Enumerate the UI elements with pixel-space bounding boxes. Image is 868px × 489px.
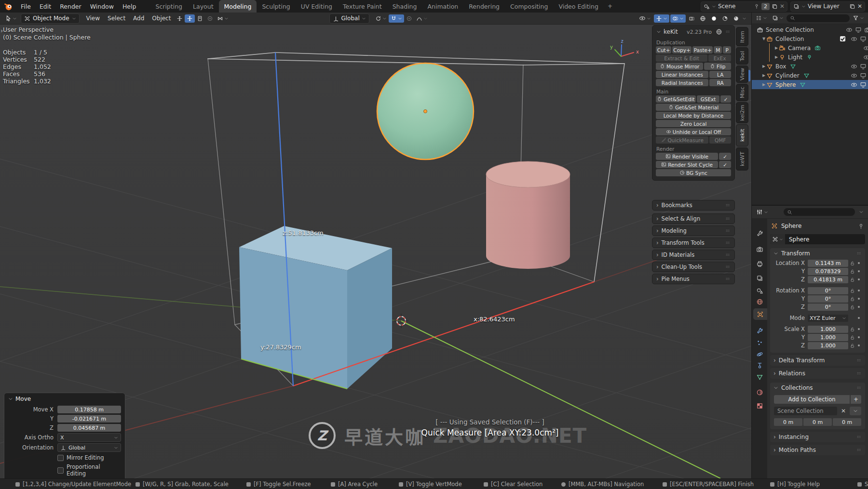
kekit-button-paste-[interactable]: Paste+ (692, 46, 713, 53)
hide-icon[interactable] (851, 72, 857, 79)
pin-icon[interactable] (754, 3, 760, 9)
dyntopo-toggle[interactable] (205, 14, 215, 23)
transform-value-field[interactable]: 0.078329 (808, 268, 848, 275)
kekit-button-unhide-or-local-off[interactable]: Unhide or Local Off (656, 128, 731, 135)
animate-dot[interactable] (856, 270, 862, 272)
disclosure-closed-icon[interactable]: ▶ (761, 82, 766, 87)
chevron-down-icon[interactable] (859, 210, 864, 214)
kekit-panel-pie-menus[interactable]: ›Pie Menus (652, 274, 735, 284)
kekit-button-linear-instances[interactable]: Linear Instances (656, 71, 708, 78)
collection-name-field[interactable]: Scene Collection (774, 407, 837, 415)
menu-render[interactable]: Render (55, 2, 86, 11)
hide-icon[interactable] (846, 26, 853, 33)
axis-ortho-select[interactable]: X (57, 433, 121, 442)
panel-motion-paths[interactable]: ›Motion Paths (770, 445, 865, 455)
transform-value-field[interactable]: 0° (808, 295, 848, 303)
animate-dot[interactable] (856, 317, 862, 319)
properties-tab-texture[interactable] (752, 400, 767, 411)
workspace-tab-uv-editing[interactable]: UV Editing (296, 0, 338, 13)
kekit-tab-misc[interactable]: Misc (736, 84, 748, 101)
new-scene-icon[interactable] (772, 3, 778, 10)
disable-viewport-icon[interactable] (860, 63, 867, 70)
lock-open-icon[interactable] (850, 277, 855, 282)
object-name-field[interactable]: Sphere (770, 234, 865, 244)
kekit-tab-kekit[interactable]: kekit (736, 124, 748, 146)
transform-toggle[interactable] (175, 14, 185, 23)
properties-tab-object-data[interactable] (752, 371, 767, 383)
checkbox-proportional-editing[interactable] (57, 467, 64, 474)
workspace-tab-animation[interactable]: Animation (422, 0, 463, 13)
workspace-tab-texture-paint[interactable]: Texture Paint (338, 0, 387, 13)
properties-tab-tool[interactable] (752, 227, 767, 239)
animate-dot[interactable] (856, 298, 862, 300)
properties-tab-scene[interactable] (752, 285, 767, 296)
outliner-row-camera[interactable]: ▶Camera (752, 43, 868, 53)
sphere-object[interactable] (377, 63, 474, 159)
gizmos-toggle[interactable] (654, 14, 669, 23)
lock-open-icon[interactable] (850, 261, 855, 266)
hide-icon[interactable] (851, 63, 857, 70)
viewport-menu-add[interactable]: Add (129, 14, 148, 23)
panel-instancing[interactable]: ›Instancing (770, 432, 865, 442)
transform-value-field[interactable]: 0.41813 m (808, 276, 848, 283)
workspace-tab-shading[interactable]: Shading (387, 0, 422, 13)
menu-window[interactable]: Window (86, 2, 118, 11)
kekit-button-flip[interactable]: Flip (704, 63, 731, 70)
disable-viewport-icon[interactable] (855, 26, 862, 33)
outliner-row-sphere[interactable]: ▶Sphere (752, 80, 868, 89)
disable-render-icon[interactable] (864, 26, 868, 33)
transform-value-field[interactable]: 0° (808, 287, 848, 294)
viewport-3d[interactable]: z x y › User Perspective (0) Scene Colle… (0, 24, 751, 478)
visibility-dropdown[interactable] (637, 14, 653, 23)
disable-viewport-icon[interactable] (860, 81, 867, 88)
kekit-button--[interactable]: ✓ (719, 153, 731, 160)
kekit-button-bg-sync[interactable]: BG Sync (656, 169, 731, 176)
globe-icon[interactable] (716, 28, 722, 35)
kekit-button-qmf[interactable]: QMF (709, 136, 731, 144)
lock-open-icon[interactable] (850, 288, 855, 293)
kekit-button-quickmeasure[interactable]: QuickMeasure (656, 136, 708, 144)
kekit-button-cut-[interactable]: Cut+ (656, 46, 671, 53)
outliner-filter-button[interactable] (851, 14, 866, 22)
menu-help[interactable]: Help (118, 2, 141, 11)
breadcrumb-object[interactable]: Sphere (781, 223, 801, 229)
hide-icon[interactable] (851, 36, 857, 42)
properties-tab-world[interactable] (752, 296, 767, 307)
disclosure-open-icon[interactable]: ▼ (761, 37, 766, 41)
kekit-tab-view[interactable]: View (736, 66, 748, 83)
chevron-down-icon[interactable] (742, 16, 746, 21)
kekit-button-zero-local[interactable]: Zero Local (656, 120, 731, 127)
move-field-input[interactable]: 0.045687 m (57, 424, 121, 432)
kekit-panel-transform-tools[interactable]: ›Transform Tools (652, 238, 735, 248)
menu-file[interactable]: File (16, 2, 35, 11)
grip-icon[interactable] (856, 251, 862, 256)
active-tool-button[interactable] (3, 14, 19, 23)
mode-selector[interactable]: Object Mode (21, 13, 80, 24)
properties-tab-output[interactable] (752, 258, 767, 269)
animate-dot[interactable] (856, 344, 862, 346)
page-toggle[interactable] (195, 14, 205, 23)
remove-collection-button[interactable]: ✕ (839, 408, 848, 414)
view-layer-selector[interactable]: View Layer ✕ (790, 1, 865, 12)
animate-dot[interactable] (856, 278, 862, 280)
grip-icon[interactable] (725, 29, 731, 35)
falloff-dropdown[interactable] (414, 14, 430, 23)
viewport-menu-select[interactable]: Select (104, 14, 129, 23)
transform-value-field[interactable]: 1.000 (808, 326, 848, 333)
exclude-checkbox[interactable] (840, 36, 845, 41)
new-collection-button[interactable]: + (851, 395, 861, 404)
kekit-button-radial-instances[interactable]: Radial Instances (656, 79, 708, 86)
move-field-input[interactable]: -0.021671 m (57, 415, 121, 423)
move-field-input[interactable]: 0.17858 m (57, 406, 121, 413)
xray-toggle[interactable] (687, 14, 697, 23)
lock-open-icon[interactable] (850, 343, 855, 348)
animate-dot[interactable] (856, 262, 862, 264)
outliner-search-input[interactable] (787, 14, 850, 22)
kekit-button-la[interactable]: LA (709, 71, 731, 78)
lock-open-icon[interactable] (850, 335, 855, 340)
grip-icon[interactable] (856, 385, 862, 391)
transform-orientation-selector[interactable]: Global (329, 13, 369, 24)
kekit-tab-tool[interactable]: Tool (736, 47, 748, 65)
snap-toggle-active[interactable] (185, 14, 195, 23)
kekit-button-get-setedit[interactable]: Get&SetEdit (656, 95, 696, 103)
